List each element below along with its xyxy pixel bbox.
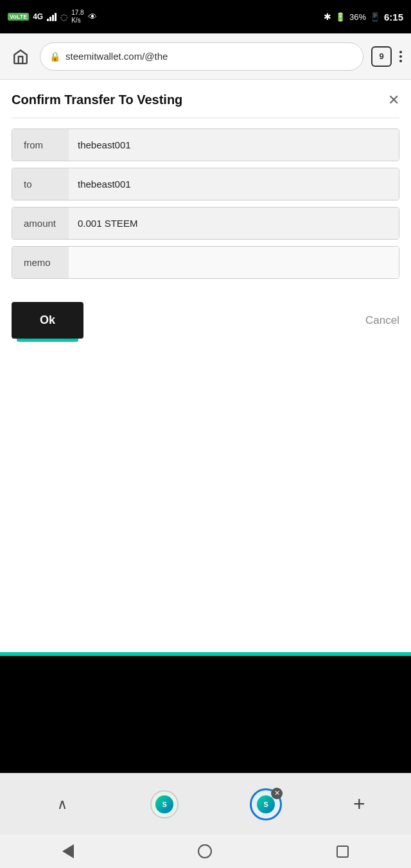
android-nav-bar — [0, 835, 411, 868]
amount-row: amount 0.001 STEEM — [12, 207, 399, 240]
status-left: VoLTE 4G ◌ 17.8 K/s 👁 — [8, 9, 97, 24]
network-type: 4G — [33, 12, 43, 21]
scroll-up-button[interactable]: ∧ — [46, 788, 79, 821]
menu-button[interactable] — [399, 51, 402, 62]
tab-icon-1[interactable]: S — [150, 790, 179, 819]
dialog-header: Confirm Transfer To Vesting ✕ — [12, 93, 399, 118]
battery-icon: 🔋 — [335, 12, 345, 22]
close-button[interactable]: ✕ — [388, 93, 399, 107]
from-value: thebeast001 — [69, 129, 399, 161]
close-tab-button[interactable]: ✕ — [271, 788, 283, 799]
new-tab-button[interactable]: + — [353, 792, 365, 816]
steem-logo-1: S — [155, 795, 173, 813]
memo-label: memo — [12, 247, 69, 278]
url-text: steemitwallet.com/@the — [66, 51, 354, 62]
browser-bar: 🔒 steemitwallet.com/@the 9 — [0, 33, 411, 80]
to-row: to thebeast001 — [12, 168, 399, 200]
tab-icon-2-active[interactable]: S ✕ — [250, 788, 282, 820]
url-bar[interactable]: 🔒 steemitwallet.com/@the — [40, 42, 363, 71]
to-value: thebeast001 — [69, 168, 399, 200]
cancel-button[interactable]: Cancel — [365, 314, 399, 327]
chevron-up-icon: ∧ — [57, 796, 67, 813]
battery-percent: 36% — [349, 12, 366, 22]
status-right: ✱ 🔋 36% 📱 6:15 — [324, 12, 403, 22]
browser-bottom-bar: ∧ S S ✕ + — [0, 773, 411, 835]
amount-value: 0.001 STEEM — [69, 208, 399, 239]
signal-bars — [47, 12, 57, 21]
clock: 6:15 — [384, 12, 403, 22]
tab-count-badge[interactable]: 9 — [371, 46, 392, 67]
confirm-dialog: Confirm Transfer To Vesting ✕ from thebe… — [0, 80, 411, 354]
eye-icon: 👁 — [88, 12, 97, 22]
from-label: from — [12, 129, 69, 161]
dialog-title: Confirm Transfer To Vesting — [12, 93, 182, 107]
from-row: from thebeast001 — [12, 128, 399, 161]
back-button[interactable] — [62, 844, 74, 858]
steem-logo-2: S — [257, 795, 275, 813]
form-section: from thebeast001 to thebeast001 amount 0… — [12, 128, 399, 285]
memo-value — [69, 247, 399, 278]
speed-text: 17.8 K/s — [71, 9, 83, 24]
recents-button[interactable] — [337, 846, 349, 858]
bluetooth-icon: ✱ — [324, 12, 331, 22]
page-content: Confirm Transfer To Vesting ✕ from thebe… — [0, 80, 411, 354]
home-button[interactable] — [9, 45, 32, 68]
amount-label: amount — [12, 208, 69, 239]
ok-button[interactable]: Ok — [12, 302, 83, 339]
volte-badge: VoLTE — [8, 13, 29, 21]
status-bar: VoLTE 4G ◌ 17.8 K/s 👁 ✱ 🔋 36% 📱 6:15 — [0, 0, 411, 33]
wifi-icon: ◌ — [60, 12, 67, 22]
to-label: to — [12, 168, 69, 200]
memo-row: memo — [12, 246, 399, 279]
sim-icon: 📱 — [370, 12, 380, 22]
lock-icon: 🔒 — [49, 51, 60, 62]
button-row: Ok Cancel — [12, 302, 399, 339]
home-system-button[interactable] — [198, 844, 212, 858]
